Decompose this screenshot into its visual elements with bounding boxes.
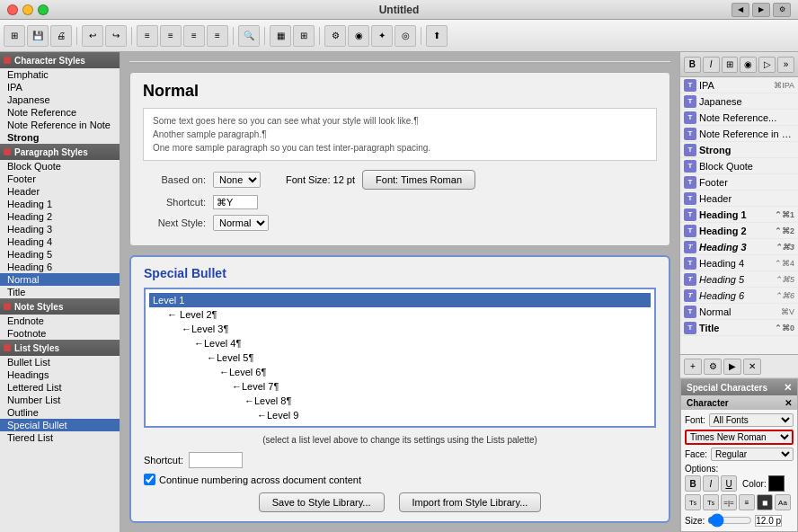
sidebar-item-note-reference-in-note[interactable]: Note Reference in Note — [0, 119, 120, 131]
maximize-button[interactable] — [38, 4, 49, 15]
toolbar-btn-11[interactable]: ◎ — [395, 25, 416, 47]
rp-item-note-ref-in-note[interactable]: T Note Reference in Note — [680, 126, 798, 142]
sidebar-item-endnote[interactable]: Endnote — [0, 315, 120, 327]
toolbar-btn-7[interactable]: ≡ — [207, 25, 228, 47]
underline-font-btn[interactable]: U — [721, 475, 737, 492]
sidebar-item-japanese[interactable]: Japanese — [0, 93, 120, 106]
sidebar-item-block-quote[interactable]: Block Quote — [0, 160, 120, 173]
font-button[interactable]: Font: Times Roman — [362, 170, 475, 190]
rp-item-heading-3[interactable]: T Heading 3 ⌃⌘3 — [680, 239, 798, 255]
close-button[interactable] — [7, 4, 18, 15]
sidebar-item-heading-2[interactable]: Heading 2 — [0, 210, 120, 223]
save-library-button[interactable]: Save to Style Library... — [259, 492, 385, 512]
paragraph-styles-header[interactable]: Paragraph Styles — [0, 144, 120, 160]
toolbar-icon-1[interactable]: ◀ — [732, 3, 749, 17]
character-styles-header[interactable]: Character Styles — [0, 52, 120, 68]
bullet-level-7[interactable]: ←Level 7¶ — [149, 379, 651, 394]
color-swatch[interactable] — [768, 475, 785, 492]
sidebar-item-special-bullet[interactable]: Special Bullet — [0, 419, 120, 431]
rp-item-block-quote[interactable]: T Block Quote — [680, 158, 798, 174]
sidebar-item-heading-6[interactable]: Heading 6 — [0, 261, 120, 273]
shortcut-input[interactable] — [213, 195, 258, 209]
toolbar-btn-2[interactable]: 💾 — [27, 25, 49, 47]
toolbar-btn-9[interactable]: ◉ — [348, 25, 369, 47]
lines-btn[interactable]: ≡ — [739, 494, 755, 510]
sidebar-item-strong[interactable]: Strong — [0, 131, 120, 144]
rp-image-btn[interactable]: ◉ — [740, 57, 757, 73]
toolbar-icon-3[interactable]: ⚙ — [773, 3, 791, 17]
toolbar-redo[interactable]: ↪ — [105, 25, 127, 47]
size-input[interactable] — [755, 515, 782, 527]
kern-btn[interactable]: =|= — [721, 494, 737, 510]
rp-item-strong[interactable]: T Strong — [680, 142, 798, 158]
aa-btn[interactable]: Aa — [775, 494, 791, 510]
sidebar-item-footer[interactable]: Footer — [0, 173, 120, 185]
toolbar-btn-1[interactable]: ⊞ — [4, 25, 25, 47]
sidebar-item-heading-5[interactable]: Heading 5 — [0, 248, 120, 261]
special-chars-close[interactable]: ✕ — [784, 382, 792, 394]
bullet-level-2[interactable]: ← Level 2¶ — [149, 307, 651, 322]
continue-numbering-checkbox[interactable] — [144, 474, 155, 485]
sidebar-item-outline[interactable]: Outline — [0, 406, 120, 419]
rp-item-japanese[interactable]: T Japanese — [680, 93, 798, 110]
toolbar-btn-5[interactable]: ≡ — [160, 25, 182, 47]
toolbar-grid[interactable]: ▦ — [270, 25, 291, 47]
sidebar-item-number-list[interactable]: Number List — [0, 394, 120, 406]
rp-more-btn[interactable]: » — [777, 57, 794, 73]
rp-item-header[interactable]: T Header — [680, 191, 798, 207]
rp-item-heading-2[interactable]: T Heading 2 ⌃⌘2 — [680, 223, 798, 239]
rp-settings-btn[interactable]: ⚙ — [704, 359, 722, 375]
sidebar-item-emphatic[interactable]: Emphatic — [0, 68, 120, 81]
rp-bold-btn[interactable]: B — [684, 57, 701, 73]
toolbar-btn-10[interactable]: ✦ — [371, 25, 393, 47]
toolbar-btn-3[interactable]: 🖨 — [50, 25, 72, 47]
fill-btn[interactable]: ◼ — [757, 494, 773, 510]
sidebar-item-normal[interactable]: Normal — [0, 273, 120, 286]
bullet-level-3[interactable]: ←Level 3¶ — [149, 322, 651, 336]
rp-item-heading-4[interactable]: T Heading 4 ⌃⌘4 — [680, 255, 798, 271]
bullet-level-1[interactable]: Level 1 — [149, 293, 651, 307]
rp-item-title[interactable]: T Title ⌃⌘0 — [680, 320, 798, 336]
toolbar-icon-2[interactable]: ▶ — [752, 3, 770, 17]
rp-item-heading-1[interactable]: T Heading 1 ⌃⌘1 — [680, 207, 798, 223]
bold-font-btn[interactable]: B — [685, 475, 701, 492]
bullet-level-9[interactable]: ←Level 9 — [149, 408, 651, 422]
sidebar-item-heading-3[interactable]: Heading 3 — [0, 223, 120, 235]
sidebar-item-heading-1[interactable]: Heading 1 — [0, 198, 120, 210]
bullet-shortcut-input[interactable] — [189, 452, 243, 468]
sidebar-item-lettered-list[interactable]: Lettered List — [0, 381, 120, 394]
sidebar-item-bullet-list[interactable]: Bullet List — [0, 356, 120, 368]
sidebar-item-headings[interactable]: Headings — [0, 368, 120, 381]
rp-expand-btn[interactable]: ▷ — [758, 57, 776, 73]
rp-item-normal[interactable]: T Normal ⌘V — [680, 304, 798, 320]
rp-arrow-btn[interactable]: ▶ — [723, 359, 741, 375]
note-styles-header[interactable]: Note Styles — [0, 298, 120, 315]
ts-sup-btn[interactable]: Ts — [703, 494, 719, 510]
bullet-level-8[interactable]: ←Level 8¶ — [149, 394, 651, 408]
size-slider[interactable] — [707, 513, 752, 528]
toolbar-btn-8[interactable]: ⚙ — [324, 25, 346, 47]
next-style-select[interactable]: Normal — [213, 215, 269, 231]
toolbar-btn-6[interactable]: ≡ — [183, 25, 205, 47]
font-all-select[interactable]: All Fonts — [709, 413, 794, 427]
toolbar-btn-12[interactable]: ⬆ — [426, 25, 448, 47]
import-library-button[interactable]: Import from Style Library... — [399, 492, 542, 512]
bullet-level-6[interactable]: ←Level 6¶ — [149, 365, 651, 379]
toolbar-undo[interactable]: ↩ — [82, 25, 103, 47]
font-specific-select[interactable]: Times New Roman — [685, 430, 794, 445]
sidebar-item-footnote[interactable]: Footnote — [0, 327, 120, 340]
toolbar-btn-4[interactable]: ≡ — [137, 25, 158, 47]
sidebar-item-tiered-list[interactable]: Tiered List — [0, 431, 120, 444]
list-styles-header[interactable]: List Styles — [0, 340, 120, 356]
rp-item-footer[interactable]: T Footer — [680, 174, 798, 191]
rp-item-noteref[interactable]: T Note Reference... — [680, 110, 798, 126]
rp-add-btn[interactable]: + — [684, 359, 702, 375]
minimize-button[interactable] — [22, 4, 33, 15]
ts-sub-btn[interactable]: Ts — [685, 494, 701, 510]
window-controls[interactable] — [7, 4, 49, 15]
rp-close-btn[interactable]: ✕ — [743, 359, 761, 375]
sidebar-item-header[interactable]: Header — [0, 185, 120, 198]
bullet-level-5[interactable]: ←Level 5¶ — [149, 350, 651, 365]
face-select[interactable]: Regular — [711, 448, 794, 461]
based-on-select[interactable]: None — [213, 172, 261, 188]
